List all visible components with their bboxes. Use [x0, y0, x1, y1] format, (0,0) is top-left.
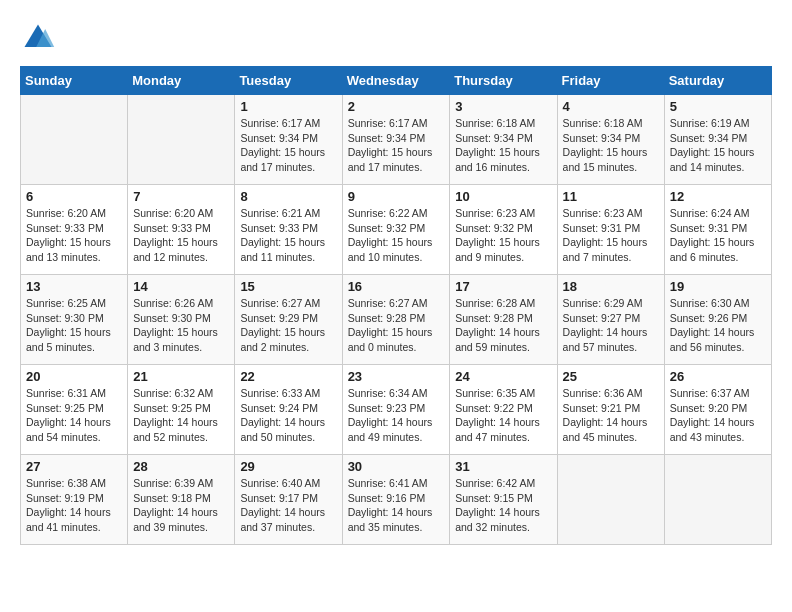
day-content: Sunrise: 6:23 AM Sunset: 9:31 PM Dayligh…: [563, 206, 659, 265]
day-number: 8: [240, 189, 336, 204]
day-number: 18: [563, 279, 659, 294]
day-content: Sunrise: 6:19 AM Sunset: 9:34 PM Dayligh…: [670, 116, 766, 175]
day-cell: 20Sunrise: 6:31 AM Sunset: 9:25 PM Dayli…: [21, 365, 128, 455]
day-cell: 28Sunrise: 6:39 AM Sunset: 9:18 PM Dayli…: [128, 455, 235, 545]
calendar-header: SundayMondayTuesdayWednesdayThursdayFrid…: [21, 67, 772, 95]
day-content: Sunrise: 6:20 AM Sunset: 9:33 PM Dayligh…: [26, 206, 122, 265]
day-content: Sunrise: 6:37 AM Sunset: 9:20 PM Dayligh…: [670, 386, 766, 445]
day-cell: 18Sunrise: 6:29 AM Sunset: 9:27 PM Dayli…: [557, 275, 664, 365]
day-number: 16: [348, 279, 445, 294]
day-cell: 31Sunrise: 6:42 AM Sunset: 9:15 PM Dayli…: [450, 455, 557, 545]
day-cell: 23Sunrise: 6:34 AM Sunset: 9:23 PM Dayli…: [342, 365, 450, 455]
day-cell: 25Sunrise: 6:36 AM Sunset: 9:21 PM Dayli…: [557, 365, 664, 455]
day-content: Sunrise: 6:18 AM Sunset: 9:34 PM Dayligh…: [455, 116, 551, 175]
day-number: 29: [240, 459, 336, 474]
day-content: Sunrise: 6:25 AM Sunset: 9:30 PM Dayligh…: [26, 296, 122, 355]
day-cell: [664, 455, 771, 545]
logo: [20, 20, 60, 56]
day-number: 10: [455, 189, 551, 204]
day-content: Sunrise: 6:27 AM Sunset: 9:29 PM Dayligh…: [240, 296, 336, 355]
day-header-monday: Monday: [128, 67, 235, 95]
day-content: Sunrise: 6:40 AM Sunset: 9:17 PM Dayligh…: [240, 476, 336, 535]
day-cell: 10Sunrise: 6:23 AM Sunset: 9:32 PM Dayli…: [450, 185, 557, 275]
day-number: 12: [670, 189, 766, 204]
day-header-saturday: Saturday: [664, 67, 771, 95]
week-row-2: 6Sunrise: 6:20 AM Sunset: 9:33 PM Daylig…: [21, 185, 772, 275]
day-content: Sunrise: 6:18 AM Sunset: 9:34 PM Dayligh…: [563, 116, 659, 175]
day-number: 30: [348, 459, 445, 474]
day-cell: 15Sunrise: 6:27 AM Sunset: 9:29 PM Dayli…: [235, 275, 342, 365]
day-cell: [21, 95, 128, 185]
day-number: 9: [348, 189, 445, 204]
day-number: 13: [26, 279, 122, 294]
day-content: Sunrise: 6:35 AM Sunset: 9:22 PM Dayligh…: [455, 386, 551, 445]
day-cell: 11Sunrise: 6:23 AM Sunset: 9:31 PM Dayli…: [557, 185, 664, 275]
day-number: 24: [455, 369, 551, 384]
day-cell: 2Sunrise: 6:17 AM Sunset: 9:34 PM Daylig…: [342, 95, 450, 185]
day-cell: 14Sunrise: 6:26 AM Sunset: 9:30 PM Dayli…: [128, 275, 235, 365]
day-cell: 21Sunrise: 6:32 AM Sunset: 9:25 PM Dayli…: [128, 365, 235, 455]
day-cell: 30Sunrise: 6:41 AM Sunset: 9:16 PM Dayli…: [342, 455, 450, 545]
day-content: Sunrise: 6:32 AM Sunset: 9:25 PM Dayligh…: [133, 386, 229, 445]
day-content: Sunrise: 6:17 AM Sunset: 9:34 PM Dayligh…: [240, 116, 336, 175]
day-content: Sunrise: 6:26 AM Sunset: 9:30 PM Dayligh…: [133, 296, 229, 355]
day-number: 11: [563, 189, 659, 204]
day-cell: 22Sunrise: 6:33 AM Sunset: 9:24 PM Dayli…: [235, 365, 342, 455]
day-cell: [557, 455, 664, 545]
day-cell: 5Sunrise: 6:19 AM Sunset: 9:34 PM Daylig…: [664, 95, 771, 185]
day-cell: 24Sunrise: 6:35 AM Sunset: 9:22 PM Dayli…: [450, 365, 557, 455]
day-number: 15: [240, 279, 336, 294]
day-content: Sunrise: 6:41 AM Sunset: 9:16 PM Dayligh…: [348, 476, 445, 535]
day-number: 3: [455, 99, 551, 114]
week-row-5: 27Sunrise: 6:38 AM Sunset: 9:19 PM Dayli…: [21, 455, 772, 545]
day-number: 6: [26, 189, 122, 204]
week-row-4: 20Sunrise: 6:31 AM Sunset: 9:25 PM Dayli…: [21, 365, 772, 455]
calendar-body: 1Sunrise: 6:17 AM Sunset: 9:34 PM Daylig…: [21, 95, 772, 545]
day-number: 4: [563, 99, 659, 114]
day-cell: 4Sunrise: 6:18 AM Sunset: 9:34 PM Daylig…: [557, 95, 664, 185]
week-row-3: 13Sunrise: 6:25 AM Sunset: 9:30 PM Dayli…: [21, 275, 772, 365]
day-cell: 17Sunrise: 6:28 AM Sunset: 9:28 PM Dayli…: [450, 275, 557, 365]
day-number: 5: [670, 99, 766, 114]
day-cell: 7Sunrise: 6:20 AM Sunset: 9:33 PM Daylig…: [128, 185, 235, 275]
day-cell: 29Sunrise: 6:40 AM Sunset: 9:17 PM Dayli…: [235, 455, 342, 545]
day-content: Sunrise: 6:29 AM Sunset: 9:27 PM Dayligh…: [563, 296, 659, 355]
day-number: 26: [670, 369, 766, 384]
day-number: 20: [26, 369, 122, 384]
day-content: Sunrise: 6:22 AM Sunset: 9:32 PM Dayligh…: [348, 206, 445, 265]
day-number: 2: [348, 99, 445, 114]
day-cell: 8Sunrise: 6:21 AM Sunset: 9:33 PM Daylig…: [235, 185, 342, 275]
day-number: 22: [240, 369, 336, 384]
day-content: Sunrise: 6:31 AM Sunset: 9:25 PM Dayligh…: [26, 386, 122, 445]
day-content: Sunrise: 6:42 AM Sunset: 9:15 PM Dayligh…: [455, 476, 551, 535]
day-cell: 19Sunrise: 6:30 AM Sunset: 9:26 PM Dayli…: [664, 275, 771, 365]
day-header-friday: Friday: [557, 67, 664, 95]
day-content: Sunrise: 6:28 AM Sunset: 9:28 PM Dayligh…: [455, 296, 551, 355]
day-content: Sunrise: 6:33 AM Sunset: 9:24 PM Dayligh…: [240, 386, 336, 445]
header-row: SundayMondayTuesdayWednesdayThursdayFrid…: [21, 67, 772, 95]
day-content: Sunrise: 6:38 AM Sunset: 9:19 PM Dayligh…: [26, 476, 122, 535]
day-number: 19: [670, 279, 766, 294]
day-content: Sunrise: 6:23 AM Sunset: 9:32 PM Dayligh…: [455, 206, 551, 265]
day-content: Sunrise: 6:36 AM Sunset: 9:21 PM Dayligh…: [563, 386, 659, 445]
day-cell: 16Sunrise: 6:27 AM Sunset: 9:28 PM Dayli…: [342, 275, 450, 365]
day-number: 31: [455, 459, 551, 474]
day-header-tuesday: Tuesday: [235, 67, 342, 95]
day-content: Sunrise: 6:21 AM Sunset: 9:33 PM Dayligh…: [240, 206, 336, 265]
day-number: 21: [133, 369, 229, 384]
day-cell: 6Sunrise: 6:20 AM Sunset: 9:33 PM Daylig…: [21, 185, 128, 275]
day-cell: 3Sunrise: 6:18 AM Sunset: 9:34 PM Daylig…: [450, 95, 557, 185]
day-number: 25: [563, 369, 659, 384]
day-content: Sunrise: 6:17 AM Sunset: 9:34 PM Dayligh…: [348, 116, 445, 175]
day-content: Sunrise: 6:27 AM Sunset: 9:28 PM Dayligh…: [348, 296, 445, 355]
day-cell: 27Sunrise: 6:38 AM Sunset: 9:19 PM Dayli…: [21, 455, 128, 545]
page-header: [20, 20, 772, 56]
day-cell: 13Sunrise: 6:25 AM Sunset: 9:30 PM Dayli…: [21, 275, 128, 365]
day-cell: 1Sunrise: 6:17 AM Sunset: 9:34 PM Daylig…: [235, 95, 342, 185]
calendar-table: SundayMondayTuesdayWednesdayThursdayFrid…: [20, 66, 772, 545]
day-content: Sunrise: 6:24 AM Sunset: 9:31 PM Dayligh…: [670, 206, 766, 265]
day-cell: 12Sunrise: 6:24 AM Sunset: 9:31 PM Dayli…: [664, 185, 771, 275]
day-number: 27: [26, 459, 122, 474]
day-cell: 26Sunrise: 6:37 AM Sunset: 9:20 PM Dayli…: [664, 365, 771, 455]
day-number: 28: [133, 459, 229, 474]
